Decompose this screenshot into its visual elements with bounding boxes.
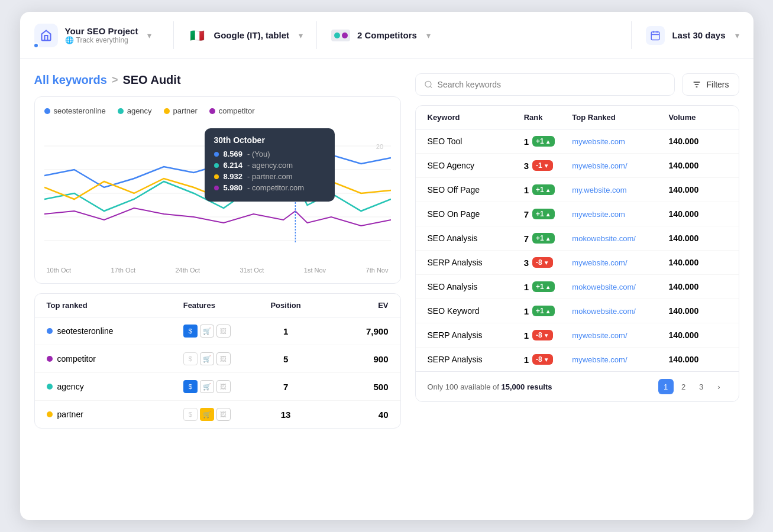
kw-rows-container: SEO Tool 1 +1 ▲ mywebsite.com 140.000 SE…	[416, 129, 739, 372]
rank-badge: +1 ▲	[532, 184, 555, 195]
rank-cell: 1 +1 ▲	[524, 281, 573, 292]
search-input[interactable]	[438, 80, 667, 89]
filter-button[interactable]: Filters	[682, 73, 739, 96]
chart-area: 20	[44, 122, 391, 264]
top-ranked-cell: mywebsite.com/	[572, 258, 668, 267]
kw-keyword: SEO Keyword	[428, 306, 524, 316]
volume-cell: 140.000	[669, 306, 727, 316]
kw-keyword: SEO Analysis	[428, 233, 524, 243]
rank-arrow-icon: ▲	[545, 211, 551, 218]
feat-cart: 🛒	[200, 352, 214, 365]
volume-cell: 140.000	[669, 185, 727, 194]
rank-badge: +1 ▲	[532, 306, 555, 316]
col-ev: EV	[320, 301, 389, 310]
legend-dot	[44, 108, 50, 114]
flag-icon: 🇮🇹	[188, 26, 207, 45]
top-ranked-cell: mywebsite.com/	[572, 331, 668, 340]
top-ranked-cell: mokowebsite.com/	[572, 283, 668, 291]
chart-legend: seotesteronline agency partner competito…	[44, 106, 391, 115]
main-container: Your SEO Project 🌐 Track everything ▾ 🇮🇹…	[20, 12, 753, 520]
kw-table-row: SEO Analysis 1 +1 ▲ mokowebsite.com/ 140…	[416, 275, 739, 299]
legend-dot	[164, 108, 170, 114]
search-box[interactable]	[415, 73, 675, 96]
rank-num: 1	[524, 330, 529, 340]
project-name: Your SEO Project	[65, 26, 138, 36]
rank-arrow-icon: ▲	[545, 187, 551, 193]
rank-cell: 1 -8 ▼	[524, 330, 573, 340]
rank-cell: 3 -1 ▼	[524, 160, 573, 171]
pagination-nums: 1 2 3 ›	[658, 379, 727, 394]
rank-dot	[47, 384, 53, 390]
search-engine-section[interactable]: 🇮🇹 Google (IT), tablet ▾	[174, 12, 318, 59]
project-icon	[34, 24, 58, 47]
rank-arrow-icon: ▼	[544, 259, 549, 266]
status-dot	[33, 43, 39, 48]
page-3[interactable]: 3	[694, 379, 709, 394]
rank-cell: 1 +1 ▲	[524, 306, 573, 316]
top-bar: Your SEO Project 🌐 Track everything ▾ 🇮🇹…	[20, 12, 753, 59]
breadcrumb-separator: >	[112, 74, 118, 86]
rank-cell: 1 +1 ▲	[524, 136, 573, 147]
page-next-icon[interactable]: ›	[711, 379, 727, 394]
filter-icon	[692, 80, 701, 89]
rank-arrow-icon: ▲	[545, 138, 551, 145]
feature-icons: $ 🛒 🖼	[183, 325, 252, 338]
chart-card: seotesteronline agency partner competito…	[34, 96, 401, 284]
rank-num: 3	[524, 258, 529, 268]
rank-badge: +1 ▲	[532, 136, 555, 147]
top-ranked-cell: mokowebsite.com/	[572, 307, 668, 316]
rank-cell: 7 +1 ▲	[524, 233, 573, 244]
date-range-label: Last 30 days	[672, 30, 725, 40]
ranked-item: agency	[47, 382, 183, 391]
legend-seotesteronline: seotesteronline	[44, 106, 106, 115]
table-row: seotesteronline $ 🛒 🖼 1 7,900	[35, 317, 400, 345]
ranked-item: partner	[47, 410, 183, 419]
ranked-table-header: Top ranked Features Position EV	[35, 294, 400, 317]
search-engine-label: Google (IT), tablet	[214, 30, 290, 40]
pagination-row: Only 100 available of 15,000 results 1 2…	[416, 372, 739, 401]
legend-dot	[209, 108, 215, 114]
kw-col-rank: Rank	[524, 113, 573, 122]
kw-table-row: SEO Keyword 1 +1 ▲ mokowebsite.com/ 140.…	[416, 299, 739, 323]
project-sub: 🌐 Track everything	[65, 36, 138, 44]
page-2[interactable]: 2	[676, 379, 691, 394]
rank-arrow-icon: ▲	[545, 235, 551, 242]
competitors-section[interactable]: 2 Competitors ▾	[317, 12, 632, 59]
svg-point-12	[425, 81, 431, 87]
rank-dot	[47, 356, 53, 362]
feat-dollar: $	[183, 352, 198, 365]
search-filter-row: Filters	[415, 73, 739, 96]
rank-arrow-icon: ▲	[545, 284, 551, 290]
rank-num: 1	[524, 306, 529, 316]
competitors-label: 2 Competitors	[357, 30, 417, 40]
feat-cart: 🛒	[200, 325, 214, 338]
kw-keyword: SERP Analysis	[428, 258, 524, 267]
project-section[interactable]: Your SEO Project 🌐 Track everything ▾	[20, 12, 174, 59]
chevron-down-icon: ▾	[147, 31, 151, 40]
kw-table-row: SERP Analysis 3 -8 ▼ mywebsite.com/ 140.…	[416, 251, 739, 275]
content-area: All keywords > SEO Audit seotesteronline…	[20, 59, 753, 520]
col-features: Features	[183, 301, 252, 310]
kw-table-row: SEO Analysis 7 +1 ▲ mokowebsite.com/ 140…	[416, 226, 739, 251]
kw-table-header: Keyword Rank Top Ranked Volume	[416, 106, 739, 129]
kw-table-row: SEO Agency 3 -1 ▼ mywebsite.com/ 140.000	[416, 154, 739, 178]
page-1[interactable]: 1	[658, 379, 674, 394]
rank-num: 1	[524, 355, 529, 365]
breadcrumb-current: SEO Audit	[122, 73, 180, 87]
feat-cart: 🛒	[200, 408, 214, 421]
rank-arrow-icon: ▼	[544, 332, 549, 339]
volume-cell: 140.000	[669, 161, 727, 170]
kw-table-row: SERP Analysis 1 -8 ▼ mywebsite.com/ 140.…	[416, 323, 739, 348]
rank-cell: 7 +1 ▲	[524, 209, 573, 219]
breadcrumb-link[interactable]: All keywords	[34, 73, 107, 87]
svg-rect-0	[652, 32, 660, 40]
feature-icons: $ 🛒 🖼	[183, 408, 252, 421]
kw-keyword: SEO Agency	[428, 161, 524, 170]
top-ranked-cell: mywebsite.com	[572, 137, 668, 146]
rank-arrow-icon: ▼	[544, 163, 549, 169]
chart-svg: 20	[44, 122, 391, 252]
feat-img: 🖼	[216, 408, 231, 421]
kw-table-row: SERP Analysis 1 -8 ▼ mywebsite.com/ 140.…	[416, 348, 739, 372]
kw-keyword: SEO Analysis	[428, 282, 524, 291]
date-range-section[interactable]: Last 30 days ▾	[632, 12, 753, 59]
